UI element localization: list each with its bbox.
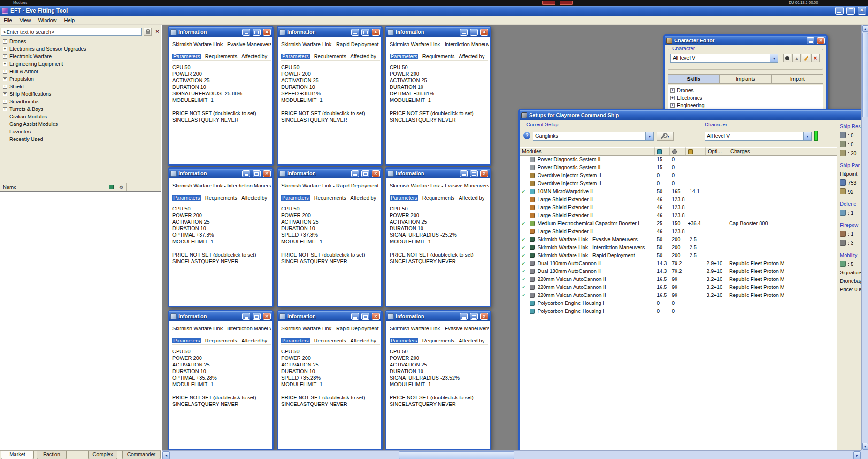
tree-item[interactable]: + Drones [670, 86, 823, 94]
tab-affected-by[interactable]: Affected by [241, 195, 267, 201]
tab-parameters[interactable]: Parameters [172, 195, 201, 201]
window-titlebar[interactable]: Information × [386, 27, 490, 37]
window-titlebar[interactable]: Character Editor × [665, 36, 826, 45]
setups-window[interactable]: Setups for Claymore Command Ship Current… [518, 109, 868, 459]
restore-button[interactable] [470, 29, 478, 36]
expand-icon[interactable]: + [3, 54, 7, 59]
tab-affected-by[interactable]: Affected by [459, 54, 484, 59]
tab-requirements[interactable]: Requirements [422, 195, 454, 201]
restore-button[interactable] [470, 170, 478, 177]
window-titlebar[interactable]: Information × [169, 311, 272, 321]
information-window[interactable]: Information × Skirmish Warfare Link - Ra… [277, 167, 383, 307]
menu-item[interactable]: View [16, 16, 35, 24]
tab-affected-by[interactable]: Affected by [241, 338, 267, 343]
tree-item[interactable]: + Recently Used [3, 135, 161, 143]
character-editor-tab[interactable]: Skills [668, 74, 720, 84]
tab-parameters[interactable]: Parameters [390, 54, 418, 59]
tab-requirements[interactable]: Requirements [314, 195, 346, 201]
modules-column-header[interactable]: Modules [520, 147, 655, 155]
expand-icon[interactable]: + [670, 103, 675, 108]
expand-icon[interactable]: + [3, 77, 7, 81]
expand-icon[interactable]: + [670, 88, 675, 93]
character-editor-tab[interactable]: Implants [720, 74, 771, 84]
tab-affected-by[interactable]: Affected by [350, 54, 376, 59]
module-row[interactable]: ✓ Power Diagnostic System II 15 0 [520, 156, 837, 163]
expand-icon[interactable]: + [3, 85, 7, 89]
restore-button[interactable] [253, 29, 261, 36]
tree-item[interactable]: + Engineering [670, 101, 823, 109]
minimize-button[interactable] [835, 7, 844, 15]
minimize-button[interactable] [242, 313, 250, 320]
tree-item[interactable]: + Smartbombs [3, 98, 161, 105]
restore-button[interactable] [253, 313, 261, 320]
character-select[interactable]: All level V ▼ [670, 54, 778, 63]
close-button[interactable]: × [372, 313, 380, 320]
tab-requirements[interactable]: Requirements [422, 338, 454, 343]
delete-character-button[interactable]: × [811, 54, 820, 62]
restore-button[interactable] [253, 170, 261, 177]
expand-icon[interactable]: + [3, 47, 7, 51]
tree-item[interactable]: + Turrets & Bays [3, 105, 161, 113]
edit-character-button[interactable] [802, 54, 810, 62]
tab-parameters[interactable]: Parameters [281, 195, 310, 201]
close-button[interactable]: × [263, 170, 271, 177]
module-row[interactable]: ✓ Large Shield Extender II 46 123.8 [520, 227, 837, 235]
lock-button[interactable] [144, 28, 152, 36]
close-button[interactable]: × [263, 29, 271, 36]
close-button[interactable]: × [263, 313, 271, 320]
update-character-button[interactable]: ▲ [792, 54, 801, 62]
module-row[interactable]: ✓ Large Shield Extender II 46 123.8 [520, 211, 837, 219]
module-row[interactable]: ✓ Overdrive Injector System II 0 0 [520, 179, 837, 187]
tree-item[interactable]: + Engineering Equipment [3, 60, 161, 68]
close-button[interactable]: × [817, 37, 825, 44]
optimal-column-header[interactable]: Opti... [706, 147, 728, 155]
restore-button[interactable] [361, 170, 369, 177]
minimize-button[interactable] [242, 29, 250, 36]
minimize-button[interactable] [351, 29, 359, 36]
module-row[interactable]: ✓ Skirmish Warfare Link - Evasive Maneuv… [520, 235, 837, 243]
minimize-button[interactable] [351, 313, 359, 320]
help-icon[interactable]: ? [523, 132, 530, 139]
window-titlebar[interactable]: Setups for Claymore Command Ship [520, 110, 868, 120]
information-window[interactable]: Information × Skirmish Warfare Link - Ra… [277, 26, 383, 166]
module-row[interactable]: ✓ 220mm Vulcan AutoCannon II 16.5 99 3.2… [520, 283, 837, 291]
information-window[interactable]: Information × Skirmish Warfare Link - Ev… [385, 310, 491, 450]
bottom-tab[interactable]: Market [1, 451, 34, 459]
window-titlebar[interactable]: Information × [278, 169, 381, 178]
character-editor-tab[interactable]: Import [772, 74, 823, 84]
module-row[interactable]: ✓ Polycarbon Engine Housing I 0 0 [520, 307, 837, 315]
expand-icon[interactable]: + [3, 92, 7, 96]
menu-item[interactable]: File [0, 16, 16, 24]
vertical-scrollbar[interactable]: ▲ ▼ [861, 25, 868, 450]
capacitor-column-header[interactable] [686, 147, 706, 155]
tab-affected-by[interactable]: Affected by [459, 338, 484, 343]
module-row[interactable]: ✓ Medium Electrochemical Capacitor Boost… [520, 219, 837, 227]
background-red-button[interactable] [542, 1, 555, 5]
minimize-button[interactable] [460, 313, 468, 320]
tab-requirements[interactable]: Requirements [422, 54, 454, 59]
expand-icon[interactable]: + [670, 96, 675, 100]
minimize-button[interactable] [807, 37, 814, 44]
name-column-header[interactable]: Name [0, 183, 106, 191]
module-row[interactable]: ✓ Polycarbon Engine Housing I 0 0 [520, 299, 837, 307]
tree-item[interactable]: + Propulsion [3, 75, 161, 83]
tab-parameters[interactable]: Parameters [390, 338, 418, 343]
information-window[interactable]: Information × Skirmish Warfare Link - Ev… [385, 167, 491, 307]
tab-requirements[interactable]: Requirements [314, 338, 346, 343]
setup-select[interactable]: Ganglinks ▼ [533, 132, 654, 141]
module-row[interactable]: ✓ 220mm Vulcan AutoCannon II 16.5 99 3.2… [520, 275, 837, 283]
module-row[interactable]: ✓ Large Shield Extender II 46 123.8 [520, 203, 837, 211]
tab-affected-by[interactable]: Affected by [350, 338, 376, 343]
module-browser-list[interactable] [0, 191, 161, 450]
tab-requirements[interactable]: Requirements [314, 54, 346, 59]
main-titlebar[interactable]: EFT - Eve Fitting Tool × [0, 6, 868, 16]
window-titlebar[interactable]: Information × [169, 169, 272, 178]
tree-item[interactable]: + Drones [3, 38, 161, 45]
window-titlebar[interactable]: Information × [278, 311, 381, 321]
tree-item[interactable]: + Hull & Armor [3, 68, 161, 75]
fitted-modules-list[interactable]: ✓ Power Diagnostic System II 15 0 ✓ [520, 156, 837, 459]
menu-item[interactable]: Window [34, 16, 60, 24]
close-button[interactable]: × [480, 313, 488, 320]
menu-item[interactable]: Help [61, 16, 79, 24]
tree-item[interactable]: + Gang Assist Modules [3, 120, 161, 128]
